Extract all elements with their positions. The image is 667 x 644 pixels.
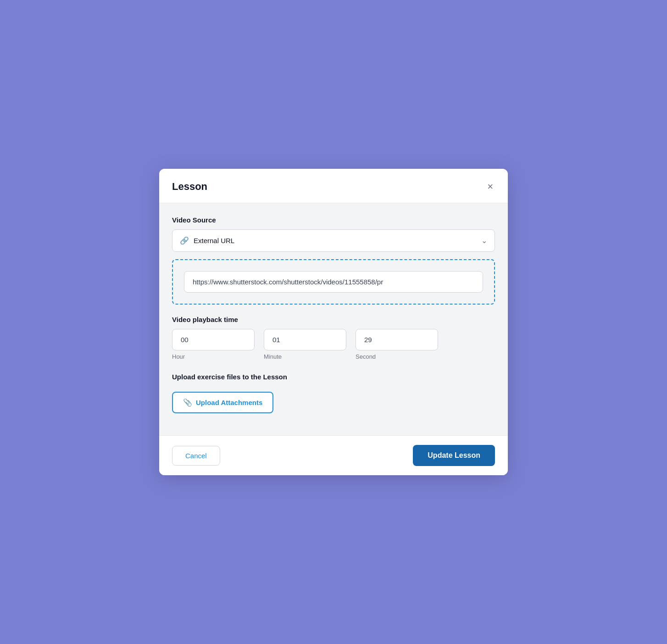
- url-input[interactable]: [184, 271, 483, 293]
- hour-input[interactable]: [172, 329, 255, 350]
- cancel-button[interactable]: Cancel: [172, 446, 220, 466]
- upload-label: Upload exercise files to the Lesson: [172, 373, 495, 381]
- upload-attachments-button[interactable]: 📎 Upload Attachments: [172, 392, 273, 413]
- update-lesson-button[interactable]: Update Lesson: [413, 445, 495, 466]
- video-source-label: Video Source: [172, 216, 495, 224]
- time-fields: Hour Minute Second: [172, 329, 495, 360]
- second-input[interactable]: [356, 329, 438, 350]
- video-source-select[interactable]: 🔗 External URL ⌄: [172, 229, 495, 252]
- modal-backdrop: Lesson × Video Source 🔗 External URL ⌄: [0, 0, 667, 644]
- modal-title: Lesson: [172, 181, 207, 193]
- second-field-group: Second: [356, 329, 438, 360]
- playback-label: Video playback time: [172, 316, 495, 323]
- upload-section: Upload exercise files to the Lesson 📎 Up…: [172, 373, 495, 413]
- modal-body: Video Source 🔗 External URL ⌄ Video play…: [159, 203, 508, 435]
- minute-field-group: Minute: [264, 329, 346, 360]
- modal-body-wrapper: Video Source 🔗 External URL ⌄ Video play…: [159, 203, 508, 435]
- playback-section: Video playback time Hour Minute Se: [172, 316, 495, 360]
- paperclip-icon: 📎: [183, 398, 192, 407]
- second-label: Second: [356, 353, 438, 360]
- link-icon: 🔗: [180, 236, 189, 245]
- chevron-down-icon: ⌄: [481, 236, 487, 245]
- upload-button-label: Upload Attachments: [196, 399, 262, 406]
- selected-source-value: External URL: [194, 237, 481, 244]
- modal-header: Lesson ×: [159, 169, 508, 203]
- minute-input[interactable]: [264, 329, 346, 350]
- url-dashed-box: [172, 259, 495, 305]
- hour-field-group: Hour: [172, 329, 255, 360]
- close-icon: ×: [487, 182, 493, 192]
- lesson-modal: Lesson × Video Source 🔗 External URL ⌄: [159, 169, 508, 475]
- minute-label: Minute: [264, 353, 346, 360]
- hour-label: Hour: [172, 353, 255, 360]
- close-button[interactable]: ×: [485, 180, 495, 194]
- modal-footer: Cancel Update Lesson: [159, 435, 508, 475]
